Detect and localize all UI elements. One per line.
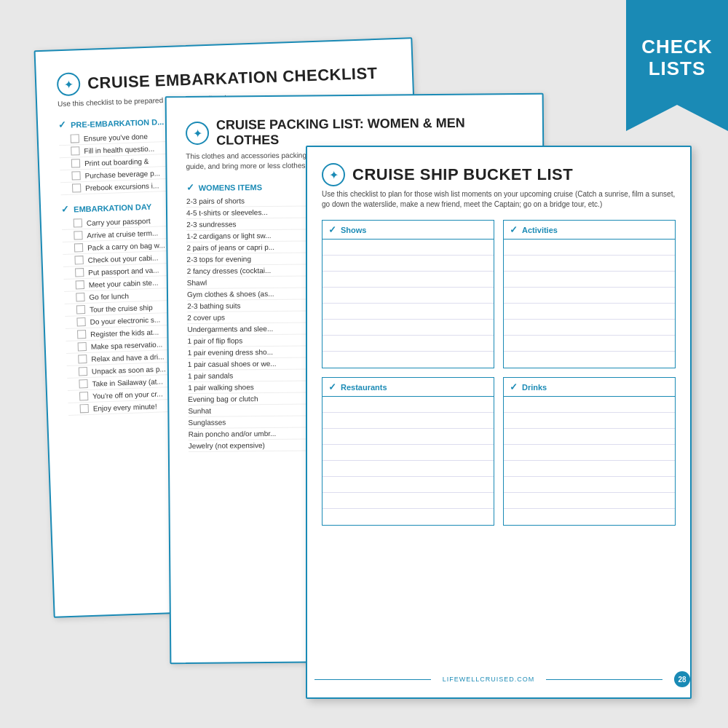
footer-url: LIFEWELLCRUISED.COM [443,676,535,683]
bucket-row [504,304,675,320]
banner-text: CHECKLISTS [641,36,712,80]
bucket-row [504,477,675,493]
check-lists-banner: CHECKLISTS [626,0,728,131]
bucket-row [323,397,494,413]
section1-title: Pre-Embarkation D... [71,117,164,129]
activities-title: Activities [522,226,558,234]
doc-footer: LIFEWELLCRUISED.COM 28 [307,671,690,687]
bucket-row [504,288,675,304]
bucket-row [504,445,675,461]
footer-line-left [314,679,431,680]
check-icon-restaurants: ✓ [328,381,336,392]
shows-section: ✓ Shows [322,220,494,368]
bucket-row [323,461,494,477]
bucket-row [323,256,494,272]
check-icon-activities: ✓ [510,224,518,235]
bucket-row [504,352,675,368]
bucket-row [323,240,494,256]
drinks-section: ✓ Drinks [503,377,676,526]
footer-line-right [546,679,662,680]
bucket-row [323,493,494,509]
embarkation-title: CRUISE EMBARKATION CHECKLIST [87,64,378,93]
bucket-row [323,288,494,304]
bucket-row [323,429,494,445]
bucket-row [323,445,494,461]
bucket-row [323,304,494,320]
packing-title: CRUISE PACKING LIST: WOMEN & MEN CLOTHES [216,115,523,149]
restaurants-section: ✓ Restaurants [322,377,494,526]
check-icon-3: ✓ [186,182,194,193]
bucket-row [323,336,494,352]
check-icon-1: ✓ [58,119,67,130]
bucket-list-doc: ✦ CRUISE SHIP BUCKET LIST Use this check… [306,146,692,699]
packing-icon: ✦ [186,122,209,145]
activities-section: ✓ Activities [503,220,676,368]
shows-title: Shows [341,226,366,234]
bucket-icon: ✦ [322,163,345,186]
bucket-row [323,272,494,288]
drinks-title: Drinks [522,383,547,392]
footer-page-badge: 28 [674,671,690,687]
bucket-row [323,477,494,493]
embarkation-icon: ✦ [57,72,81,96]
bucket-row [504,461,675,477]
bucket-row [504,509,675,525]
check-icon-shows: ✓ [328,224,336,235]
bucket-grid: ✓ Shows ✓ Activities [322,220,676,526]
womens-section-title: WOMENS ITEMS [199,183,262,192]
bucket-row [504,397,675,413]
bucket-row [504,256,675,272]
bucket-row [504,240,675,256]
bucket-row [504,429,675,445]
bucket-row [504,413,675,429]
bucket-row [323,320,494,336]
check-icon-drinks: ✓ [510,381,518,392]
check-icon-2: ✓ [61,204,70,215]
section2-title: Embarkation Day [74,202,151,213]
restaurants-title: Restaurants [341,383,387,392]
bucket-row [504,336,675,352]
bucket-title: CRUISE SHIP BUCKET LIST [352,165,573,184]
bucket-row [323,352,494,368]
bucket-row [323,509,494,525]
bucket-subtitle: Use this checklist to plan for those wis… [322,189,676,210]
bucket-row [504,272,675,288]
bucket-row [504,320,675,336]
bucket-row [323,413,494,429]
bucket-row [504,493,675,509]
